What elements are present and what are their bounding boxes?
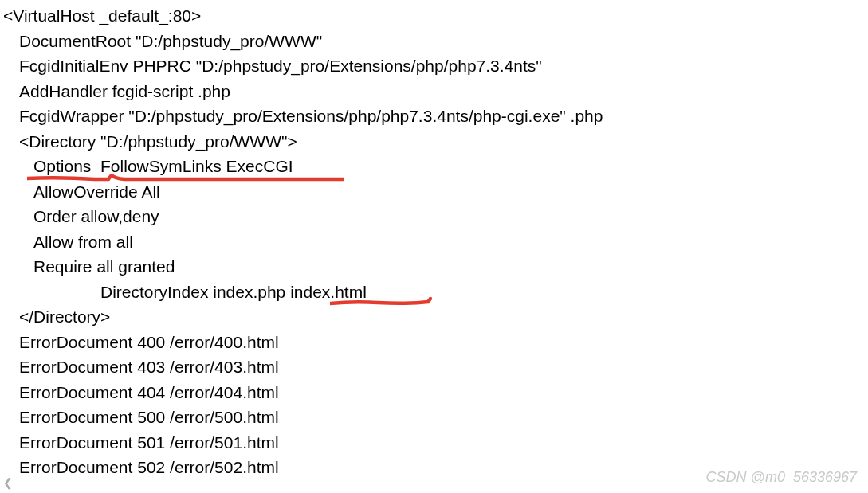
watermark-text: CSDN @m0_56336967 — [706, 467, 857, 488]
config-line-documentroot: DocumentRoot "D:/phpstudy_pro/WWW" — [0, 29, 868, 54]
config-line-options: Options FollowSymLinks ExecCGI — [0, 154, 868, 179]
config-line-order: Order allow,deny — [0, 204, 868, 229]
config-line-fcgidwrapper: FcgidWrapper "D:/phpstudy_pro/Extensions… — [0, 104, 868, 129]
config-line-err500: ErrorDocument 500 /error/500.html — [0, 405, 868, 430]
config-line-directoryindex: DirectoryIndex index.php index.html — [0, 280, 868, 305]
config-line-directory-open: <Directory "D:/phpstudy_pro/WWW"> — [0, 129, 868, 155]
config-line-require: Require all granted — [0, 254, 868, 280]
config-line-err403: ErrorDocument 403 /error/403.html — [0, 354, 868, 380]
config-line-allowoverride: AllowOverride All — [0, 179, 868, 205]
config-line-directory-close: </Directory> — [0, 304, 868, 330]
config-line-addhandler: AddHandler fcgid-script .php — [0, 79, 868, 104]
config-line-err501: ErrorDocument 501 /error/501.html — [0, 430, 868, 456]
config-line-err404: ErrorDocument 404 /error/404.html — [0, 380, 868, 405]
config-line-virtualhost-open: <VirtualHost _default_:80> — [0, 3, 868, 29]
config-line-err400: ErrorDocument 400 /error/400.html — [0, 330, 868, 355]
scroll-left-icon[interactable]: ❮ — [3, 475, 13, 491]
config-line-allow: Allow from all — [0, 229, 868, 255]
config-line-fcgidinitialenv: FcgidInitialEnv PHPRC "D:/phpstudy_pro/E… — [0, 53, 868, 79]
